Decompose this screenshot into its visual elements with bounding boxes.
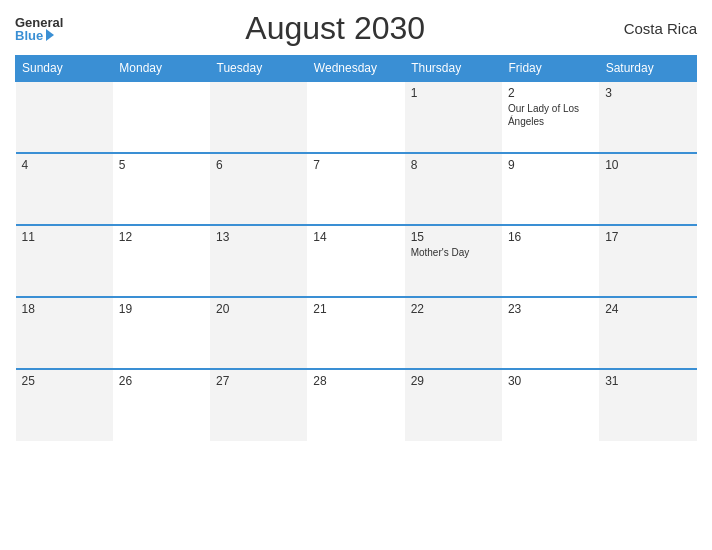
day-number: 11 xyxy=(22,230,107,244)
day-number: 6 xyxy=(216,158,301,172)
calendar-cell: 7 xyxy=(307,153,404,225)
day-number: 22 xyxy=(411,302,496,316)
day-number: 16 xyxy=(508,230,593,244)
calendar-cell xyxy=(16,81,113,153)
calendar-cell: 17 xyxy=(599,225,696,297)
weekday-header-sunday: Sunday xyxy=(16,56,113,82)
calendar-cell: 18 xyxy=(16,297,113,369)
day-number: 27 xyxy=(216,374,301,388)
calendar-week-row: 25262728293031 xyxy=(16,369,697,441)
calendar-cell: 2Our Lady of Los Ángeles xyxy=(502,81,599,153)
calendar-cell: 29 xyxy=(405,369,502,441)
calendar-cell: 28 xyxy=(307,369,404,441)
day-number: 31 xyxy=(605,374,690,388)
day-number: 9 xyxy=(508,158,593,172)
weekday-header-saturday: Saturday xyxy=(599,56,696,82)
day-number: 23 xyxy=(508,302,593,316)
calendar-cell: 11 xyxy=(16,225,113,297)
weekday-header-wednesday: Wednesday xyxy=(307,56,404,82)
calendar-cell: 9 xyxy=(502,153,599,225)
calendar-table: SundayMondayTuesdayWednesdayThursdayFrid… xyxy=(15,55,697,441)
calendar-week-row: 1112131415Mother's Day1617 xyxy=(16,225,697,297)
calendar-cell: 20 xyxy=(210,297,307,369)
logo: General Blue xyxy=(15,16,63,42)
calendar-cell: 21 xyxy=(307,297,404,369)
calendar-cell: 14 xyxy=(307,225,404,297)
day-number: 19 xyxy=(119,302,204,316)
calendar-cell: 8 xyxy=(405,153,502,225)
calendar-cell xyxy=(210,81,307,153)
calendar-cell: 16 xyxy=(502,225,599,297)
day-number: 25 xyxy=(22,374,107,388)
day-number: 21 xyxy=(313,302,398,316)
country-label: Costa Rica xyxy=(607,20,697,37)
weekday-header-row: SundayMondayTuesdayWednesdayThursdayFrid… xyxy=(16,56,697,82)
calendar-week-row: 18192021222324 xyxy=(16,297,697,369)
day-number: 14 xyxy=(313,230,398,244)
day-number: 17 xyxy=(605,230,690,244)
day-number: 15 xyxy=(411,230,496,244)
calendar-cell: 30 xyxy=(502,369,599,441)
calendar-cell xyxy=(113,81,210,153)
logo-general-text: General xyxy=(15,16,63,29)
calendar-cell: 13 xyxy=(210,225,307,297)
calendar-cell: 10 xyxy=(599,153,696,225)
day-number: 28 xyxy=(313,374,398,388)
calendar-cell: 5 xyxy=(113,153,210,225)
calendar-title: August 2030 xyxy=(63,10,607,47)
calendar-cell: 1 xyxy=(405,81,502,153)
day-number: 30 xyxy=(508,374,593,388)
calendar-cell: 15Mother's Day xyxy=(405,225,502,297)
calendar-cell: 25 xyxy=(16,369,113,441)
calendar-week-row: 12Our Lady of Los Ángeles3 xyxy=(16,81,697,153)
calendar-cell: 27 xyxy=(210,369,307,441)
logo-blue-text: Blue xyxy=(15,29,54,42)
calendar-cell: 12 xyxy=(113,225,210,297)
calendar-cell: 31 xyxy=(599,369,696,441)
calendar-week-row: 45678910 xyxy=(16,153,697,225)
page: General Blue August 2030 Costa Rica Sund… xyxy=(0,0,712,550)
weekday-header-friday: Friday xyxy=(502,56,599,82)
weekday-header-monday: Monday xyxy=(113,56,210,82)
day-number: 5 xyxy=(119,158,204,172)
day-number: 2 xyxy=(508,86,593,100)
calendar-cell: 23 xyxy=(502,297,599,369)
day-number: 20 xyxy=(216,302,301,316)
weekday-header-thursday: Thursday xyxy=(405,56,502,82)
calendar-cell: 22 xyxy=(405,297,502,369)
day-number: 29 xyxy=(411,374,496,388)
day-number: 7 xyxy=(313,158,398,172)
day-number: 12 xyxy=(119,230,204,244)
calendar-event: Our Lady of Los Ángeles xyxy=(508,102,593,128)
day-number: 26 xyxy=(119,374,204,388)
calendar-event: Mother's Day xyxy=(411,246,496,259)
calendar-cell: 4 xyxy=(16,153,113,225)
day-number: 18 xyxy=(22,302,107,316)
day-number: 10 xyxy=(605,158,690,172)
calendar-cell xyxy=(307,81,404,153)
calendar-cell: 6 xyxy=(210,153,307,225)
header: General Blue August 2030 Costa Rica xyxy=(15,10,697,47)
day-number: 8 xyxy=(411,158,496,172)
calendar-cell: 26 xyxy=(113,369,210,441)
calendar-cell: 19 xyxy=(113,297,210,369)
logo-triangle-icon xyxy=(46,29,54,41)
calendar-cell: 3 xyxy=(599,81,696,153)
calendar-cell: 24 xyxy=(599,297,696,369)
day-number: 1 xyxy=(411,86,496,100)
day-number: 24 xyxy=(605,302,690,316)
day-number: 13 xyxy=(216,230,301,244)
day-number: 4 xyxy=(22,158,107,172)
weekday-header-tuesday: Tuesday xyxy=(210,56,307,82)
day-number: 3 xyxy=(605,86,690,100)
